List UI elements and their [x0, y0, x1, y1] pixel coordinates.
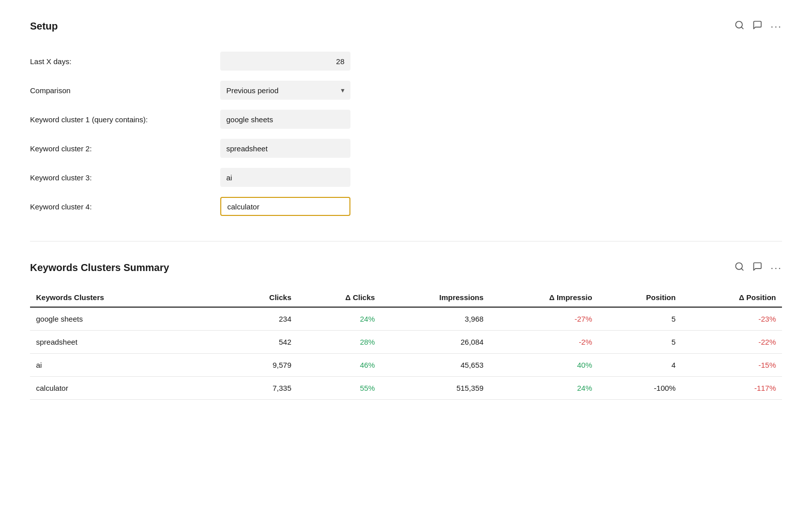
cell-delta-impressions: 24% [490, 377, 598, 400]
cell-delta-clicks: 24% [297, 307, 381, 331]
kw-cluster1-input[interactable] [220, 110, 350, 129]
col-header-clicks: Clicks [197, 288, 297, 307]
comparison-label: Comparison [30, 76, 220, 105]
cell-cluster: ai [30, 354, 197, 377]
kw-cluster4-label: Keyword cluster 4: [30, 192, 220, 221]
cell-delta-clicks: 46% [297, 354, 381, 377]
cell-impressions: 45,653 [381, 354, 490, 377]
kw-cluster1-label: Keyword cluster 1 (query contains): [30, 105, 220, 134]
cell-delta-impressions: -2% [490, 331, 598, 354]
cell-position: 4 [598, 354, 682, 377]
cell-clicks: 234 [197, 307, 297, 331]
cell-delta-clicks: 55% [297, 377, 381, 400]
cell-impressions: 3,968 [381, 307, 490, 331]
comparison-control: Previous period Same period last year [220, 76, 360, 105]
svg-line-3 [741, 269, 743, 271]
cell-cluster: google sheets [30, 307, 197, 331]
kw-cluster4-control [220, 192, 360, 221]
kw-cluster2-control [220, 134, 360, 163]
table-row: spreadsheet 542 28% 26,084 -2% 5 -22% [30, 331, 782, 354]
cell-cluster: calculator [30, 377, 197, 400]
cell-delta-impressions: -27% [490, 307, 598, 331]
comparison-select[interactable]: Previous period Same period last year [220, 81, 350, 100]
cell-delta-position: -15% [682, 354, 782, 377]
kw-cluster3-input[interactable] [220, 168, 350, 187]
cell-delta-position: -22% [682, 331, 782, 354]
comment-icon[interactable] [752, 20, 762, 33]
kw-cluster3-control [220, 163, 360, 192]
table-body: google sheets 234 24% 3,968 -27% 5 -23% … [30, 307, 782, 400]
summary-icons: ··· [734, 262, 782, 274]
kw-cluster2-input[interactable] [220, 139, 350, 158]
cell-impressions: 26,084 [381, 331, 490, 354]
cell-impressions: 515,359 [381, 377, 490, 400]
table-row: ai 9,579 46% 45,653 40% 4 -15% [30, 354, 782, 377]
cell-clicks: 9,579 [197, 354, 297, 377]
table-row: google sheets 234 24% 3,968 -27% 5 -23% [30, 307, 782, 331]
summary-search-icon[interactable] [734, 262, 744, 274]
setup-form: Last X days: Comparison Previous period … [30, 47, 782, 221]
search-icon[interactable] [734, 20, 744, 33]
summary-title: Keywords Clusters Summary [30, 262, 169, 274]
setup-section: Setup ··· Last X days: Comparison Previo… [30, 20, 782, 221]
cell-delta-impressions: 40% [490, 354, 598, 377]
col-header-cluster: Keywords Clusters [30, 288, 197, 307]
setup-header: Setup ··· [30, 20, 782, 33]
table-header: Keywords Clusters Clicks Δ Clicks Impres… [30, 288, 782, 307]
cell-cluster: spreadsheet [30, 331, 197, 354]
summary-comment-icon[interactable] [752, 262, 762, 274]
col-header-delta-position: Δ Position [682, 288, 782, 307]
last-x-days-label: Last X days: [30, 47, 220, 76]
kw-cluster4-input[interactable] [220, 197, 350, 216]
section-divider [30, 241, 782, 241]
comparison-select-wrapper: Previous period Same period last year [220, 81, 350, 100]
cell-position: 5 [598, 307, 682, 331]
col-header-delta-clicks: Δ Clicks [297, 288, 381, 307]
kw-cluster2-label: Keyword cluster 2: [30, 134, 220, 163]
summary-table-wrapper: Keywords Clusters Clicks Δ Clicks Impres… [30, 288, 782, 400]
cell-delta-clicks: 28% [297, 331, 381, 354]
kw-cluster3-label: Keyword cluster 3: [30, 163, 220, 192]
col-header-position: Position [598, 288, 682, 307]
cell-delta-position: -23% [682, 307, 782, 331]
cell-delta-position: -117% [682, 377, 782, 400]
summary-table: Keywords Clusters Clicks Δ Clicks Impres… [30, 288, 782, 400]
kw-cluster1-control [220, 105, 360, 134]
summary-more-icon[interactable]: ··· [770, 262, 782, 274]
cell-position: -100% [598, 377, 682, 400]
svg-line-1 [741, 27, 743, 29]
setup-title: Setup [30, 21, 58, 32]
last-x-days-control [220, 47, 360, 76]
setup-icons: ··· [734, 20, 782, 33]
col-header-impressions: Impressions [381, 288, 490, 307]
table-row: calculator 7,335 55% 515,359 24% -100% -… [30, 377, 782, 400]
summary-section: Keywords Clusters Summary ··· Keywords C… [30, 262, 782, 400]
cell-clicks: 7,335 [197, 377, 297, 400]
summary-header: Keywords Clusters Summary ··· [30, 262, 782, 274]
last-x-days-input[interactable] [220, 52, 350, 71]
more-icon[interactable]: ··· [770, 21, 782, 32]
cell-clicks: 542 [197, 331, 297, 354]
cell-position: 5 [598, 331, 682, 354]
col-header-delta-impressions: Δ Impressio [490, 288, 598, 307]
